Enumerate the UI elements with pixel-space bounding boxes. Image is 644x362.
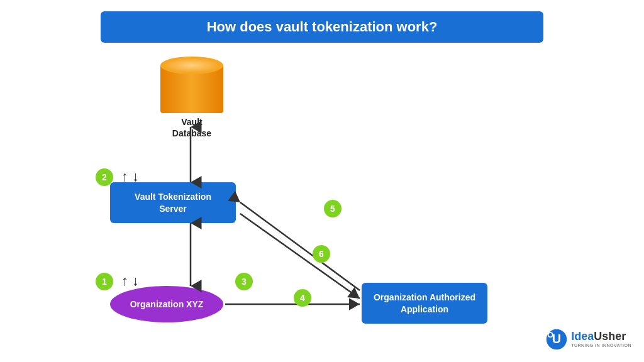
svg-line-4 xyxy=(240,214,360,299)
logo-idea: Idea xyxy=(571,331,594,343)
org-auth-node: Organization Authorized Application xyxy=(362,283,487,324)
logo-container: U Idea Usher TURNING IN INNOVATION xyxy=(545,328,631,351)
org-xyz-node: Organization XYZ xyxy=(110,286,223,322)
page-title: How does vault tokenization work? xyxy=(207,19,438,35)
logo-usher: Usher xyxy=(594,331,626,343)
badge-6: 6 xyxy=(313,245,330,263)
vault-server-label: Vault Tokenization Server xyxy=(135,191,211,214)
logo-icon: U xyxy=(545,328,568,351)
arrows-db-server: ↑ ↓ xyxy=(121,168,139,185)
svg-text:U: U xyxy=(552,332,561,346)
vault-database-label: Vault Database xyxy=(172,116,211,139)
badge-4: 4 xyxy=(294,289,311,307)
arrows-server-org: ↑ ↓ xyxy=(121,273,139,289)
badge-1: 1 xyxy=(96,273,113,290)
page-wrapper: How does vault tokenization work? Vault … xyxy=(0,0,644,362)
org-xyz-label: Organization XYZ xyxy=(130,299,204,309)
logo-tagline: TURNING IN INNOVATION xyxy=(571,343,631,348)
svg-point-13 xyxy=(549,333,552,336)
logo-text: Idea Usher TURNING IN INNOVATION xyxy=(571,331,631,348)
title-banner: How does vault tokenization work? xyxy=(101,11,543,43)
svg-line-3 xyxy=(240,202,360,290)
vault-server-node: Vault Tokenization Server xyxy=(110,182,236,223)
vault-database-node: Vault Database xyxy=(157,57,226,139)
badge-5: 5 xyxy=(324,200,341,217)
badge-2: 2 xyxy=(96,168,113,186)
badge-3: 3 xyxy=(235,273,253,290)
org-auth-label: Organization Authorized Application xyxy=(374,292,475,314)
cylinder-icon xyxy=(160,57,223,113)
